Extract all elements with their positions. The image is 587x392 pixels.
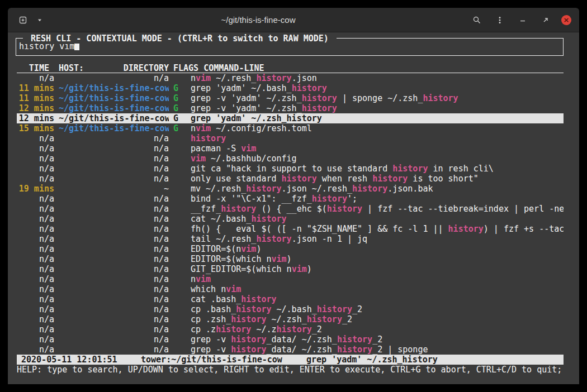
row-directory: n/a — [59, 133, 169, 144]
row-time: n/a — [17, 304, 54, 314]
history-row[interactable]: n/an/avim ~/.bashhub/config — [17, 154, 564, 164]
close-icon: × — [564, 16, 570, 23]
tab-dropdown-button[interactable] — [32, 13, 47, 27]
header-directory: DIRECTORY — [124, 63, 169, 73]
close-button[interactable]: × — [561, 15, 571, 25]
history-row[interactable]: n/an/agit ca "hack in support to use sta… — [17, 164, 564, 174]
row-command: cp .bash_history ~/.bash_history_2 — [191, 304, 564, 314]
match-text: history — [236, 304, 271, 314]
match-text: vim — [272, 254, 287, 264]
row-command: grep 'yadm' ~/.bash_history — [191, 83, 564, 93]
match-text: history — [448, 224, 484, 234]
match-text: history — [372, 174, 408, 184]
row-directory: n/a — [59, 244, 169, 254]
history-row[interactable]: n/an/agrep -v history_data/ ~/.zsh_histo… — [17, 334, 564, 345]
header-flags: FLAGS — [173, 63, 198, 73]
match-text: vim — [292, 264, 307, 274]
row-time: n/a — [17, 244, 54, 254]
header-flags-command: FLAGS COMMAND-LINE — [173, 63, 564, 73]
history-row[interactable]: 12 mins~/git/this-is-fine-cowGgrep -v 'y… — [17, 103, 564, 113]
row-flags — [173, 324, 186, 334]
row-time: n/a — [17, 234, 54, 244]
row-command: cp .zsh_history ~/.zsh_history_2 — [191, 314, 564, 324]
row-time: n/a — [17, 214, 54, 224]
row-time: 12 mins — [17, 113, 54, 123]
row-directory: n/a — [59, 194, 169, 204]
row-directory: n/a — [59, 314, 169, 324]
history-row[interactable]: n/an/afh() { eval $( ([ -n "$ZSH_NAME" ]… — [17, 224, 564, 234]
menu-button[interactable] — [493, 13, 507, 27]
match-text: vim — [196, 73, 211, 83]
history-row[interactable]: n/an/acp .bash_history ~/.bash_history_2 — [17, 304, 564, 314]
row-time: n/a — [17, 204, 54, 214]
row-time: n/a — [17, 284, 54, 294]
history-row[interactable]: 15 mins~/git/this-is-fine-cowGnvim ~/.co… — [17, 123, 564, 133]
match-text: history — [277, 324, 312, 334]
row-directory: ~/git/this-is-fine-cow — [59, 83, 169, 93]
history-row[interactable]: n/an/aonly use standard history when res… — [17, 174, 564, 184]
match-text: vim — [241, 144, 256, 154]
row-flags — [173, 294, 186, 304]
titlebar: ~/git/this-is-fine-cow × — [8, 8, 579, 32]
row-command: fh() { eval $( ([ -n "$ZSH_NAME" ] && fc… — [191, 224, 564, 234]
match-text: history — [221, 204, 256, 214]
header-time: TIME — [17, 63, 54, 73]
row-flags — [173, 133, 186, 144]
row-flags — [173, 214, 186, 224]
history-row[interactable]: n/an/acat ~/.bash_history — [17, 214, 564, 224]
row-flags — [173, 304, 186, 314]
row-directory: n/a — [59, 284, 169, 294]
minimize-icon — [518, 16, 527, 25]
history-row[interactable]: 11 mins~/git/this-is-fine-cowGgrep -v 'y… — [17, 93, 564, 103]
history-row[interactable]: 12 mins~/git/this-is-fine-cowGgrep 'yadm… — [17, 113, 564, 123]
history-row[interactable]: n/an/acp .zsh_history ~/.zsh_history_2 — [17, 314, 564, 324]
history-row[interactable]: n/an/atail ~/.resh_history.json -n 1 | j… — [17, 234, 564, 244]
restore-button[interactable] — [538, 13, 553, 27]
history-row[interactable]: n/an/acat .bash_history — [17, 294, 564, 304]
match-text: history — [246, 184, 281, 194]
row-directory: n/a — [59, 274, 169, 284]
header-command: COMMAND-LINE — [203, 63, 264, 73]
match-text: history — [231, 334, 266, 345]
row-command: nvim ~/.config/resh.toml — [191, 123, 564, 133]
history-row[interactable]: n/an/anvim ~/.resh_history.json — [17, 73, 564, 83]
search-box[interactable]: RESH CLI - CONTEXTUAL MODE - (CTRL+R to … — [16, 38, 564, 56]
row-command: GIT_EDITOR=$(which nvim) — [191, 264, 564, 274]
history-row[interactable]: n/an/awhich nvim — [17, 284, 564, 294]
new-tab-button[interactable] — [16, 13, 30, 27]
row-command: EDITOR=$(which nvim) — [191, 254, 564, 264]
row-flags — [173, 174, 186, 184]
search-button[interactable] — [470, 13, 484, 27]
row-flags — [173, 274, 186, 284]
history-row[interactable]: n/an/aEDITOR=$(nvim) — [17, 244, 564, 254]
history-row[interactable]: n/an/aGIT_EDITOR=$(which nvim) — [17, 264, 564, 274]
search-box-title: RESH CLI - CONTEXTUAL MODE - (CTRL+R to … — [23, 34, 337, 44]
restore-icon — [541, 16, 550, 25]
row-directory: n/a — [59, 294, 169, 304]
row-flags — [173, 184, 186, 194]
history-row[interactable]: 11 mins~/git/this-is-fine-cowGgrep 'yadm… — [17, 83, 564, 93]
match-text: history — [241, 294, 276, 304]
history-row[interactable]: n/an/abind -x '"\C-x1": __fzf_history'; — [17, 194, 564, 204]
history-row[interactable]: n/an/aEDITOR=$(which nvim) — [17, 254, 564, 264]
history-row[interactable]: n/an/agrep -v history_data/ ~/.zsh_histo… — [17, 345, 564, 355]
history-row[interactable]: 19 mins~mv ~/.resh_history.json ~/.resh_… — [17, 184, 564, 194]
history-row[interactable]: n/an/acp .zhistory ~/.zhistory_2 — [17, 324, 564, 334]
row-directory: ~/git/this-is-fine-cow — [59, 93, 169, 103]
history-row[interactable]: n/an/apacman -S vim — [17, 144, 564, 154]
row-command: nvim ~/.resh_history.json — [191, 73, 564, 83]
row-directory: ~/git/this-is-fine-cow — [59, 103, 169, 113]
history-row[interactable]: n/an/anvim — [17, 274, 564, 284]
row-time: 15 mins — [17, 123, 54, 133]
history-row[interactable]: n/an/a__fzf_history () { __ehc $(history… — [17, 204, 564, 214]
history-row[interactable]: n/an/ahistory — [17, 133, 564, 144]
row-time: n/a — [17, 73, 54, 83]
row-directory: n/a — [59, 254, 169, 264]
minimize-button[interactable] — [515, 13, 530, 27]
row-time: n/a — [17, 174, 54, 184]
match-text: history — [302, 93, 337, 103]
row-directory: n/a — [59, 264, 169, 274]
row-flags — [173, 334, 186, 345]
row-flags: G — [173, 93, 186, 103]
row-directory: ~/git/this-is-fine-cow — [59, 123, 169, 133]
